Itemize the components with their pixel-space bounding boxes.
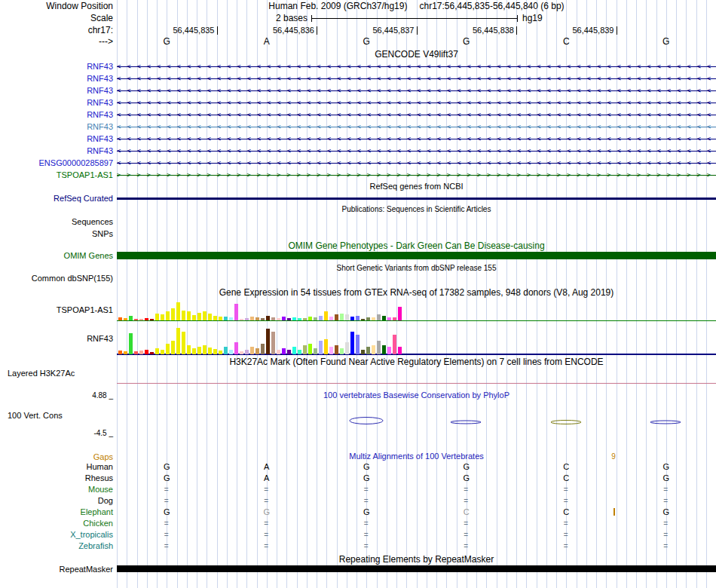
phylop-label[interactable]: 100 Vert. Cons — [8, 410, 63, 421]
species-label[interactable]: Chicken — [0, 518, 113, 529]
transcript-strand-line[interactable]: <<<<<<<<<<<<<<<<<<<<<<<<<<<<<<<<<<<<<<<<… — [117, 145, 716, 157]
gene-row-rnf43[interactable]: RNF43<<<<<<<<<<<<<<<<<<<<<<<<<<<<<<<<<<<… — [0, 109, 716, 121]
gtex-tissue-bar — [134, 351, 138, 354]
transcript-strand-line[interactable]: <<<<<<<<<<<<<<<<<<<<<<<<<<<<<<<<<<<<<<<<… — [117, 96, 716, 109]
alignment-row-dog[interactable]: Dog====== — [0, 495, 716, 507]
publications-snps-row[interactable]: SNPs — [0, 228, 716, 239]
omim-genes-bar[interactable] — [117, 252, 716, 259]
species-label[interactable]: Zebrafish — [0, 541, 113, 552]
gtex-tissue-bar — [319, 316, 323, 320]
omim-genes-label[interactable]: OMIM Genes — [0, 250, 113, 261]
transcript-strand-line[interactable]: <<<<<<<<<<<<<<<<<<<<<<<<<<<<<<<<<<<<<<<<… — [117, 121, 716, 133]
refseq-curated-row[interactable]: RefSeq Curated — [0, 193, 716, 204]
alignment-row-x_tropicalis[interactable]: X_tropicalis====== — [0, 529, 716, 541]
refseq-curated-label[interactable]: RefSeq Curated — [0, 193, 113, 204]
gtex-tissue-bar — [282, 317, 286, 320]
h3k27ac-label[interactable]: Layered H3K27Ac — [8, 368, 75, 378]
aligned-base: = — [617, 484, 716, 495]
gtex-tissue-bar — [329, 347, 333, 354]
phylop-signal-glyphs — [117, 415, 716, 430]
transcript-strand-line[interactable]: <<<<<<<<<<<<<<<<<<<<<<<<<<<<<<<<<<<<<<<<… — [117, 133, 716, 145]
gtex-tissue-bar — [139, 319, 143, 320]
gtex-tissue-bar — [377, 341, 381, 354]
gene-row-tspoap1-as1[interactable]: TSPOAP1-AS1>>>>>>>>>>>>>>>>>>>>>>>>>>>>>… — [0, 169, 716, 181]
species-label[interactable]: Rhesus — [0, 473, 113, 484]
transcript-strand-line[interactable]: <<<<<<<<<<<<<<<<<<<<<<<<<<<<<<<<<<<<<<<<… — [117, 72, 716, 84]
publications-snps-label[interactable]: SNPs — [0, 228, 113, 239]
transcript-strand-line[interactable]: <<<<<<<<<<<<<<<<<<<<<<<<<<<<<<<<<<<<<<<<… — [117, 109, 716, 121]
species-label[interactable]: Mouse — [0, 484, 113, 495]
dbsnp-row[interactable]: Common dbSNP(155) — [0, 273, 716, 283]
gtex-track-label[interactable]: TSPOAP1-AS1 — [0, 299, 113, 321]
transcript-strand-line[interactable]: >>>>>>>>>>>>>>>>>>>>>>>>>>>>>>>>>>>>>>>>… — [117, 169, 716, 181]
publications-sequences-label[interactable]: Sequences — [0, 216, 113, 227]
gene-label[interactable]: RNF43 — [0, 96, 113, 109]
species-label[interactable]: Elephant — [0, 507, 113, 518]
gtex-tissue-bar — [203, 345, 207, 354]
alignment-row-zebrafish[interactable]: Zebrafish====== — [0, 541, 716, 552]
gene-label[interactable]: RNF43 — [0, 133, 113, 145]
transcript-strand-line[interactable]: <<<<<<<<<<<<<<<<<<<<<<<<<<<<<<<<<<<<<<<<… — [117, 84, 716, 96]
alignment-row-human[interactable]: HumanGAGGCG — [0, 461, 716, 473]
h3k27ac-row[interactable]: Layered H3K27Ac — [0, 368, 716, 378]
gene-label[interactable]: RNF43 — [0, 72, 113, 84]
repeatmasker-row[interactable]: RepeatMasker — [0, 564, 716, 574]
gtex-tissue-bar — [398, 307, 402, 320]
refseq-title: RefSeq genes from NCBI — [117, 182, 716, 191]
gtex-tissue-bar — [182, 332, 185, 354]
gene-row-ensg00000285897[interactable]: ENSG00000285897<<<<<<<<<<<<<<<<<<<<<<<<<… — [0, 157, 716, 169]
gtex-barchart[interactable] — [118, 302, 403, 320]
window-position-row: Window Position Human Feb. 2009 (GRCh37/… — [0, 2, 716, 11]
species-label[interactable]: X_tropicalis — [0, 529, 113, 541]
gaps-label[interactable]: Gaps — [0, 452, 113, 462]
gene-row-rnf43[interactable]: RNF43<<<<<<<<<<<<<<<<<<<<<<<<<<<<<<<<<<<… — [0, 60, 716, 72]
gene-label[interactable]: RNF43 — [0, 109, 113, 121]
gtex-tissue-bar — [324, 339, 328, 354]
gene-label[interactable]: RNF43 — [0, 60, 113, 72]
gene-row-rnf43[interactable]: RNF43<<<<<<<<<<<<<<<<<<<<<<<<<<<<<<<<<<<… — [0, 133, 716, 145]
gene-row-rnf43[interactable]: RNF43<<<<<<<<<<<<<<<<<<<<<<<<<<<<<<<<<<<… — [0, 145, 716, 157]
aligned-base: = — [217, 495, 317, 507]
gene-label[interactable]: ENSG00000285897 — [0, 157, 113, 169]
gtex-tissue-bar — [324, 311, 328, 320]
multiz-alignment-rows[interactable]: HumanGAGGCGRhesusGAGGCGMouse======Dog===… — [0, 461, 716, 552]
omim-genes-row[interactable]: OMIM Genes — [0, 250, 716, 261]
gene-label[interactable]: RNF43 — [0, 121, 113, 133]
gtex-track-label[interactable]: RNF43 — [0, 322, 113, 355]
gene-label[interactable]: TSPOAP1-AS1 — [0, 169, 113, 181]
gtex-tissue-bar — [303, 318, 307, 320]
publications-sequences-row[interactable]: Sequences — [0, 216, 716, 227]
gtex-barchart[interactable] — [118, 328, 403, 354]
aligned-base: = — [117, 495, 217, 507]
gtex-tissue-bar — [350, 332, 354, 354]
aligned-base: G — [117, 473, 217, 484]
gtex-track-tspoap1-as1[interactable]: TSPOAP1-AS1 — [0, 299, 716, 321]
refseq-curated-bar[interactable] — [117, 198, 716, 200]
alignment-row-elephant[interactable]: ElephantGGGCCG — [0, 507, 716, 518]
repeatmasker-label[interactable]: RepeatMasker — [0, 564, 113, 574]
species-label[interactable]: Dog — [0, 495, 113, 507]
dbsnp-label[interactable]: Common dbSNP(155) — [0, 273, 113, 283]
alignment-row-chicken[interactable]: Chicken====== — [0, 518, 716, 529]
alignment-row-rhesus[interactable]: RhesusGAGGCG — [0, 473, 716, 484]
gene-row-rnf43[interactable]: RNF43<<<<<<<<<<<<<<<<<<<<<<<<<<<<<<<<<<<… — [0, 72, 716, 84]
gtex-tissue-bar — [277, 350, 280, 354]
gtex-track-rnf43[interactable]: RNF43 — [0, 322, 716, 355]
aligned-base: G — [117, 507, 217, 518]
alignment-row-mouse[interactable]: Mouse====== — [0, 484, 716, 495]
repeatmasker-bar[interactable] — [117, 565, 716, 572]
strand-direction-arrow: ---> — [0, 36, 113, 47]
gene-row-rnf43[interactable]: RNF43<<<<<<<<<<<<<<<<<<<<<<<<<<<<<<<<<<<… — [0, 96, 716, 109]
scale-bar — [311, 15, 518, 22]
gene-row-rnf43[interactable]: RNF43<<<<<<<<<<<<<<<<<<<<<<<<<<<<<<<<<<<… — [0, 84, 716, 96]
gtex-tissue-bar — [208, 314, 212, 320]
gene-label[interactable]: RNF43 — [0, 84, 113, 96]
transcript-strand-line[interactable]: <<<<<<<<<<<<<<<<<<<<<<<<<<<<<<<<<<<<<<<<… — [117, 157, 716, 169]
gtex-tissue-bar — [124, 318, 127, 320]
gene-row-rnf43[interactable]: RNF43<<<<<<<<<<<<<<<<<<<<<<<<<<<<<<<<<<<… — [0, 121, 716, 133]
gene-label[interactable]: RNF43 — [0, 145, 113, 157]
gtex-tissue-bar — [171, 308, 175, 320]
species-label[interactable]: Human — [0, 461, 113, 473]
transcript-strand-line[interactable]: <<<<<<<<<<<<<<<<<<<<<<<<<<<<<<<<<<<<<<<<… — [117, 60, 716, 72]
aligned-base: = — [117, 484, 217, 495]
